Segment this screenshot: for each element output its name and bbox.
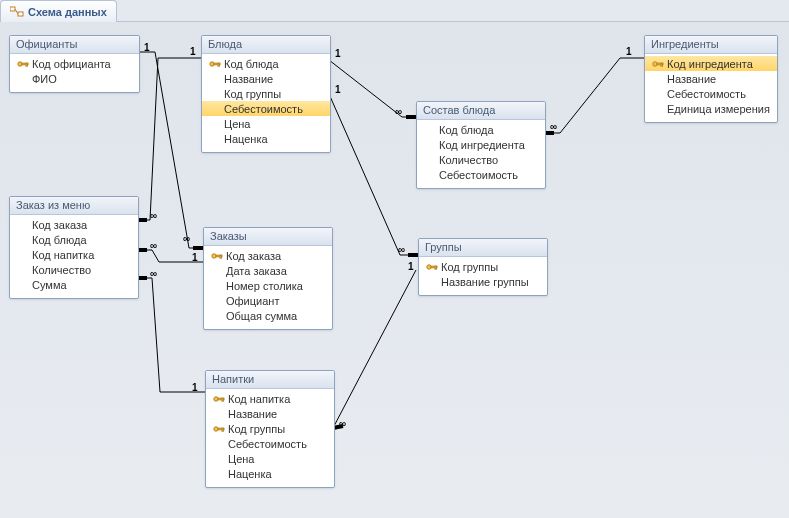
key-slot <box>651 73 665 85</box>
key-slot <box>423 139 437 151</box>
primary-key-icon <box>425 261 439 273</box>
card-inf: ∞ <box>398 244 405 255</box>
tab-schema[interactable]: Схема данных <box>0 0 117 22</box>
table-header[interactable]: Ингредиенты <box>645 36 777 54</box>
key-slot <box>16 234 30 246</box>
field-row[interactable]: Себестоимость <box>417 167 545 182</box>
table-header[interactable]: Состав блюда <box>417 102 545 120</box>
tab-title: Схема данных <box>28 6 107 18</box>
field-row[interactable]: Цена <box>206 451 334 466</box>
field-name: Код блюда <box>224 58 279 70</box>
table-drinks[interactable]: НапиткиКод напиткаНазваниеКод группыСебе… <box>205 370 335 488</box>
field-row[interactable]: Дата заказа <box>204 263 332 278</box>
table-header[interactable]: Заказ из меню <box>10 197 138 215</box>
field-row[interactable]: Название <box>202 71 330 86</box>
field-name: Цена <box>224 118 250 130</box>
card-1: 1 <box>335 84 341 95</box>
tab-strip: Схема данных <box>0 0 789 22</box>
table-order-menu[interactable]: Заказ из менюКод заказаКод блюдаКод напи… <box>9 196 139 299</box>
table-body: Код заказаКод блюдаКод напиткаКоличество… <box>10 215 138 298</box>
field-row[interactable]: Количество <box>10 262 138 277</box>
key-slot <box>212 468 226 480</box>
primary-key-icon <box>651 58 665 70</box>
field-name: Количество <box>32 264 91 276</box>
field-row[interactable]: Название группы <box>419 274 547 289</box>
table-waiters[interactable]: ОфициантыКод официантаФИО <box>9 35 140 93</box>
field-row[interactable]: Цена <box>202 116 330 131</box>
field-name: Название <box>224 73 273 85</box>
table-header[interactable]: Официанты <box>10 36 139 54</box>
key-slot <box>212 453 226 465</box>
field-name: Наценка <box>224 133 268 145</box>
key-slot <box>423 169 437 181</box>
field-row[interactable]: Название <box>645 71 777 86</box>
table-body: Код блюдаКод ингредиентаКоличествоСебест… <box>417 120 545 188</box>
field-name: Единица измерения <box>667 103 770 115</box>
field-name: Код заказа <box>226 250 281 262</box>
card-inf: ∞ <box>150 240 157 251</box>
card-inf: ∞ <box>150 268 157 279</box>
field-row[interactable]: Код ингредиента <box>417 137 545 152</box>
key-slot <box>651 88 665 100</box>
table-header[interactable]: Напитки <box>206 371 334 389</box>
field-row[interactable]: Себестоимость <box>206 436 334 451</box>
field-row[interactable]: Код блюда <box>417 122 545 137</box>
field-name: Код блюда <box>32 234 87 246</box>
field-name: Код группы <box>228 423 285 435</box>
field-row[interactable]: Код заказа <box>10 217 138 232</box>
table-dish-content[interactable]: Состав блюдаКод блюдаКод ингредиентаКоли… <box>416 101 546 189</box>
field-name: Название <box>228 408 277 420</box>
key-slot <box>208 103 222 115</box>
field-row[interactable]: Себестоимость <box>202 101 330 116</box>
field-row[interactable]: Код блюда <box>10 232 138 247</box>
field-name: Себестоимость <box>667 88 746 100</box>
field-name: Название <box>667 73 716 85</box>
card-inf: ∞ <box>550 121 557 132</box>
table-header[interactable]: Блюда <box>202 36 330 54</box>
field-row[interactable]: Код напитка <box>206 391 334 406</box>
field-name: Сумма <box>32 279 67 291</box>
field-row[interactable]: Наценка <box>202 131 330 146</box>
field-row[interactable]: Код напитка <box>10 247 138 262</box>
field-row[interactable]: Код официанта <box>10 56 139 71</box>
field-row[interactable]: Сумма <box>10 277 138 292</box>
field-name: Код ингредиента <box>439 139 525 151</box>
field-row[interactable]: Код заказа <box>204 248 332 263</box>
field-row[interactable]: Название <box>206 406 334 421</box>
key-slot <box>425 276 439 288</box>
field-row[interactable]: Единица измерения <box>645 101 777 116</box>
relationships-canvas[interactable]: { "tab": { "title": "Схема данных" }, "c… <box>0 0 789 518</box>
field-name: Код официанта <box>32 58 111 70</box>
primary-key-icon <box>210 250 224 262</box>
field-row[interactable]: ФИО <box>10 71 139 86</box>
table-header[interactable]: Заказы <box>204 228 332 246</box>
field-row[interactable]: Код ингредиента <box>645 56 777 71</box>
field-row[interactable]: Общая сумма <box>204 308 332 323</box>
field-name: ФИО <box>32 73 57 85</box>
field-row[interactable]: Код группы <box>419 259 547 274</box>
field-row[interactable]: Наценка <box>206 466 334 481</box>
field-row[interactable]: Себестоимость <box>645 86 777 101</box>
field-row[interactable]: Код группы <box>206 421 334 436</box>
table-body: Код ингредиентаНазваниеСебестоимостьЕдин… <box>645 54 777 122</box>
table-body: Код блюдаНазваниеКод группыСебестоимость… <box>202 54 330 152</box>
key-slot <box>208 73 222 85</box>
relationships-icon <box>10 6 24 18</box>
key-slot <box>212 438 226 450</box>
field-row[interactable]: Количество <box>417 152 545 167</box>
field-row[interactable]: Номер столика <box>204 278 332 293</box>
svg-rect-19 <box>435 266 436 269</box>
field-row[interactable]: Код группы <box>202 86 330 101</box>
field-name: Количество <box>439 154 498 166</box>
key-slot <box>208 88 222 100</box>
field-row[interactable]: Официант <box>204 293 332 308</box>
field-row[interactable]: Код блюда <box>202 56 330 71</box>
table-groups[interactable]: ГруппыКод группыНазвание группы <box>418 238 548 296</box>
table-ingredients[interactable]: ИнгредиентыКод ингредиентаНазваниеСебест… <box>644 35 778 123</box>
table-dishes[interactable]: БлюдаКод блюдаНазваниеКод группыСебестои… <box>201 35 331 153</box>
table-header[interactable]: Группы <box>419 239 547 257</box>
card-1: 1 <box>335 48 341 59</box>
table-body: Код заказаДата заказаНомер столикаОфициа… <box>204 246 332 329</box>
table-orders[interactable]: ЗаказыКод заказаДата заказаНомер столика… <box>203 227 333 330</box>
key-slot <box>210 295 224 307</box>
